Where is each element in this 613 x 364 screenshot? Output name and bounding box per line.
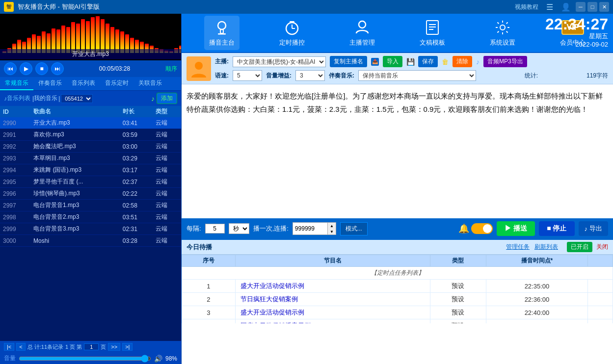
import-btn[interactable]: 导入 (383, 56, 402, 67)
toggle-switch[interactable] (471, 223, 493, 234)
refresh-task-btn[interactable]: 刷新列表 (534, 243, 558, 251)
broadcast-text-input[interactable] (187, 89, 608, 213)
svg-point-12 (500, 25, 505, 30)
nav-broadcast[interactable]: 播音主台 (204, 16, 240, 50)
volume-slider[interactable] (19, 355, 151, 363)
cell-name: 珍惜(钢琴曲).mp3 (30, 188, 120, 200)
count-up-btn[interactable]: ▲ (328, 223, 336, 229)
app-logo: 智 (4, 2, 14, 12)
task-time: 22:40:00 (486, 319, 587, 324)
nav-script[interactable]: 文稿模板 (415, 16, 450, 50)
table-row[interactable]: 2998 电台背景音2.mp3 03:51 云端 (0, 211, 181, 223)
stop-btn-main[interactable]: ■ 停止 (539, 221, 574, 236)
cell-name: Moshi (30, 235, 120, 247)
table-row[interactable]: 2994 来跳舞 (国语).mp3 03:17 云端 (0, 164, 181, 176)
table-row[interactable]: 2995 梦里寻他千百度 (... 02:37 云端 (0, 176, 181, 188)
close-btn[interactable]: ✕ (599, 2, 609, 12)
nav-anchor[interactable]: 主播管理 (345, 16, 380, 50)
save-btn[interactable]: 保存 (418, 56, 438, 67)
play-btn-main[interactable]: ▶ 播送 (497, 221, 535, 236)
manage-task-btn[interactable]: 管理任务 (506, 243, 530, 251)
play-count-label: 播一次,连播: (253, 224, 289, 233)
tab-playlist[interactable]: 音乐列表 (67, 77, 100, 90)
page-first-btn[interactable]: |< (4, 343, 14, 351)
task-name[interactable]: 国庆七日购促销播音示例 (235, 319, 430, 324)
page-suffix: 页 (101, 343, 106, 351)
task-type: 预设 (430, 293, 486, 306)
table-row[interactable]: 2990 开业大吉.mp3 03:41 云端 (0, 117, 181, 129)
clock-area: 22:34:27 星期五 2022-09-02 (545, 16, 608, 48)
viz-bar (76, 24, 80, 53)
page-next-btn[interactable]: >> (108, 343, 120, 351)
anchor-label: 主播: (215, 57, 229, 66)
now-playing-label: 开业大吉.mp3 (0, 49, 181, 59)
next-btn[interactable]: ⏭ (51, 62, 64, 75)
table-row[interactable]: 2993 本草纲目.mp3 03:29 云端 (0, 153, 181, 164)
task-table-scroll: 序号 节目名 类型 播音时间点* 【定时点任务列表】1 盛大开业活动促销示例 预… (182, 255, 613, 323)
list-item[interactable]: 4* 国庆七日购促销播音示例 预设 22:40:00 (182, 319, 613, 324)
count-down-btn[interactable]: ▼ (328, 229, 336, 234)
clear-btn[interactable]: 清除 (453, 56, 472, 67)
page-number-input[interactable] (84, 343, 99, 350)
table-row[interactable]: 2997 电台背景音1.mp3 02:58 云端 (0, 200, 181, 211)
cell-duration: 03:17 (120, 164, 153, 176)
task-name[interactable]: 盛大开业活动促销示例 (235, 306, 430, 319)
maximize-btn[interactable]: □ (587, 2, 597, 12)
tab-accompaniment[interactable]: 伴奏音乐 (33, 77, 67, 90)
table-row[interactable]: 2991 喜欢你.mp3 03:59 云端 (0, 129, 181, 141)
play-mode[interactable]: 顺序 (165, 65, 177, 73)
task-col-type: 类型 (430, 255, 486, 267)
add-music-btn[interactable]: 添加 (157, 93, 177, 104)
volume-gain-label: 音量增益: (266, 72, 292, 80)
col-duration: 时长 (120, 106, 153, 117)
list-item[interactable]: 2 节日疯狂大促销案例 预设 22:36:00 (182, 293, 613, 306)
task-toggle-on[interactable]: 已开启 (567, 242, 592, 252)
stop-btn[interactable]: ■ (35, 62, 48, 75)
volume-gain-select[interactable]: 31245 (295, 70, 325, 81)
task-name[interactable]: 盛大开业活动促销示例 (235, 280, 430, 293)
task-col-header: 序号 节目名 类型 播音时间点* (182, 255, 613, 267)
mode-btn[interactable]: 模式... (340, 222, 368, 235)
menu-icon[interactable]: ☰ (543, 1, 556, 13)
tab-regular-music[interactable]: 常规音乐 (0, 77, 33, 90)
play-count-input[interactable] (293, 224, 327, 233)
volume-mute-icon[interactable]: 🔊 (154, 355, 162, 363)
task-name[interactable]: 节日疯狂大促销案例 (235, 293, 430, 306)
interval-input[interactable] (205, 224, 225, 234)
speed-select[interactable]: 51234678910 (233, 70, 262, 81)
music-select[interactable]: 保持当前音乐 (358, 70, 476, 81)
nav-settings[interactable]: 系统设置 (485, 16, 520, 50)
table-row[interactable]: 2992 她会魔法吧.mp3 03:00 云端 (0, 141, 181, 153)
song-table: ID 歌曲名 时长 类型 2990 开业大吉.mp3 03:41 云端2991 … (0, 106, 181, 341)
user-icon[interactable]: 👤 (558, 1, 574, 13)
export-audio-btn[interactable]: 音频MP3导出 (483, 56, 527, 67)
copy-anchor-btn[interactable]: 复制主播名 (330, 56, 367, 67)
list-item[interactable]: 3 盛大开业活动促销示例 预设 22:40:00 (182, 306, 613, 319)
playlist-header: ♪ 音乐列表 | 我的音乐 | 055412 ♪ 添加 (0, 91, 181, 106)
task-close-btn[interactable]: 关闭 (596, 243, 608, 251)
task-seq: 4* (182, 319, 236, 324)
table-row[interactable]: 2996 珍惜(钢琴曲).mp3 02:22 云端 (0, 188, 181, 200)
anchor-select[interactable]: 中文甜美主播(思悦)-女-精品AI (233, 56, 326, 67)
minimize-btn[interactable]: ─ (576, 2, 586, 12)
folder-select[interactable]: 055412 (61, 94, 93, 103)
cell-type: 云端 (153, 223, 181, 235)
table-row[interactable]: 3000 Moshi 03:28 云端 (0, 235, 181, 247)
video-tutorial-btn[interactable]: 视频教程 (512, 2, 541, 12)
col-type: 类型 (153, 106, 181, 117)
tab-linked-music[interactable]: 关联音乐 (133, 77, 167, 90)
table-row[interactable]: 2999 电台背景音3.mp3 02:31 云端 (0, 223, 181, 235)
play-btn[interactable]: ▶ (20, 62, 32, 75)
export-btn-main[interactable]: ♪ 导出 (579, 221, 609, 236)
speed-volume-row: 语速: 51234678910 音量增益: 31245 伴奏音乐: 保持当前音乐… (215, 70, 608, 81)
top-nav: 播音主台 定时播控 主播管理 文稿模板 (182, 14, 613, 53)
clear-icon: 🗑 (442, 58, 449, 66)
tab-music-timer[interactable]: 音乐定时 (100, 77, 133, 90)
nav-timer[interactable]: 定时播控 (274, 16, 310, 50)
list-item[interactable]: 1 盛大开业活动促销示例 预设 22:35:00 (182, 280, 613, 293)
play-count-container: ▲ ▼ (293, 222, 336, 235)
prev-btn[interactable]: ⏮ (4, 62, 17, 75)
interval-unit-select[interactable]: 秒 分 (229, 223, 249, 234)
page-last-btn[interactable]: >| (122, 343, 133, 351)
page-prev-btn[interactable]: < (16, 343, 25, 351)
